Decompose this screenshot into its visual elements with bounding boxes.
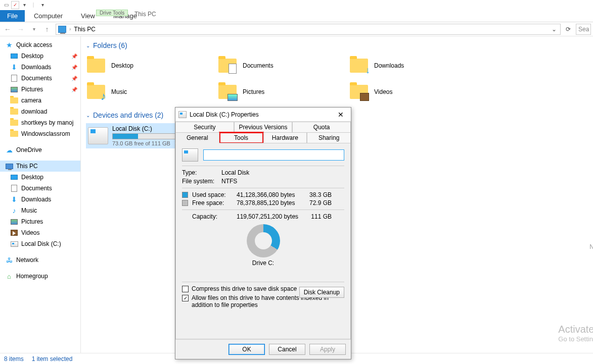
folder-icon [10, 120, 18, 126]
desktop-icon [11, 54, 18, 59]
chevron-down-icon: ⌄ [86, 43, 90, 48]
search-input[interactable]: Sea [576, 24, 591, 35]
sidebar-item-label: Pictures [21, 218, 43, 225]
sidebar-this-pc[interactable]: This PC [0, 161, 80, 172]
sidebar-item-shortkeys[interactable]: shortkeys by manoj [0, 117, 80, 128]
music-icon: ♪ [101, 90, 106, 103]
folder-pictures[interactable]: Pictures [217, 80, 329, 104]
tab-computer[interactable]: Computer [25, 10, 72, 22]
up-button[interactable]: ↑ [41, 24, 53, 35]
forward-button[interactable]: → [15, 24, 26, 35]
folder-videos[interactable]: Videos [349, 80, 460, 104]
recent-dropdown[interactable]: ▾ [28, 24, 39, 35]
refresh-button[interactable]: ⟳ [563, 24, 574, 35]
sidebar-item-pc-pictures[interactable]: Pictures [0, 216, 80, 227]
close-button[interactable]: ✕ [334, 111, 348, 119]
sidebar-item-pc-music[interactable]: ♪Music [0, 205, 80, 216]
sidebar-item-label: Music [21, 207, 37, 214]
tab-previous-versions[interactable]: Previous Versions [234, 122, 293, 132]
used-swatch [182, 192, 188, 198]
ok-button[interactable]: OK [229, 344, 265, 355]
drive-icon [88, 127, 108, 144]
sidebar-item-pc-desktop[interactable]: Desktop [0, 172, 80, 183]
apply-button[interactable]: Apply [309, 344, 346, 355]
sidebar-item-desktop[interactable]: Desktop📌 [0, 50, 80, 62]
qa-check-icon[interactable]: ✓ [11, 1, 19, 9]
sidebar-item-label: Documents [21, 75, 52, 82]
chevron-down-icon: ⌄ [86, 113, 90, 118]
disk-cleanup-button[interactable]: Disk Cleanup [299, 287, 344, 298]
sidebar-item-camera[interactable]: camera [0, 95, 80, 106]
contextual-tab-label: Drive Tools [96, 10, 128, 16]
sidebar-item-label: Documents [21, 185, 52, 192]
navigation-pane: ★ Quick access Desktop📌 ⬇Downloads📌 Docu… [0, 36, 81, 353]
dialog-titlebar[interactable]: Local Disk (C:) Properties ✕ [175, 108, 351, 122]
sidebar-homegroup[interactable]: ⌂Homegroup [0, 271, 80, 282]
sidebar-item-pc-videos[interactable]: Videos [0, 227, 80, 238]
watermark-sub: Go to Settings to [558, 335, 593, 343]
folders-header[interactable]: ⌄Folders (6) [86, 41, 588, 49]
sidebar-item-pc-localdisk[interactable]: Local Disk (C:) [0, 238, 80, 249]
pin-icon: 📌 [71, 65, 77, 70]
address-path[interactable]: This PC [74, 26, 96, 33]
sidebar-item-label: Network [16, 256, 38, 264]
folder-label: Desktop [111, 62, 133, 69]
dialog-body: Type:Local Disk File system:NTFS Used sp… [175, 143, 351, 339]
tab-sharing[interactable]: Sharing [307, 132, 351, 143]
sidebar-onedrive[interactable]: ☁OneDrive [0, 144, 80, 155]
type-value: Local Disk [221, 169, 249, 176]
truncated-text: N [589, 243, 593, 250]
tab-hardware[interactable]: Hardware [263, 132, 307, 143]
tab-general[interactable]: General [175, 132, 219, 143]
pc-icon [6, 164, 13, 169]
sidebar-item-pc-downloads[interactable]: ⬇Downloads [0, 194, 80, 205]
qa-properties-icon[interactable]: ▭ [2, 1, 10, 9]
ribbon: File Computer View Manage [0, 10, 593, 22]
sidebar-item-windowsclassroom[interactable]: Windowsclassrom [0, 128, 80, 139]
download-icon: ↓ [366, 65, 370, 76]
sidebar-quick-access[interactable]: ★ Quick access [0, 39, 80, 50]
videos-icon [360, 93, 369, 101]
pictures-icon [11, 87, 18, 92]
folder-music[interactable]: ♪Music [86, 80, 197, 104]
sidebar-item-label: download [21, 108, 47, 115]
drive-label-input[interactable] [203, 149, 344, 161]
tab-tools[interactable]: Tools [219, 132, 263, 143]
dialog-title: Local Disk (C:) Properties [190, 111, 334, 118]
item-count: 8 items [4, 355, 24, 362]
folder-desktop[interactable]: Desktop [86, 54, 197, 78]
sidebar-item-documents[interactable]: Documents📌 [0, 73, 80, 84]
document-icon [11, 185, 17, 192]
properties-dialog: Local Disk (C:) Properties ✕ Security Pr… [175, 107, 351, 359]
qa-dropdown-icon[interactable]: ▾ [20, 1, 28, 9]
videos-icon [11, 230, 18, 236]
desktop-icon [11, 175, 18, 180]
folder-icon [87, 59, 105, 73]
address-dropdown-icon[interactable]: ⌄ [550, 26, 558, 33]
qa-overflow-icon[interactable]: ▾ [38, 1, 47, 9]
back-button[interactable]: ← [2, 24, 13, 35]
sidebar-item-pc-documents[interactable]: Documents [0, 183, 80, 194]
address-bar[interactable]: › This PC ⌄ [56, 24, 561, 35]
sidebar-network[interactable]: 🖧Network [0, 254, 80, 266]
sidebar-item-downloads[interactable]: ⬇Downloads📌 [0, 62, 80, 73]
tab-quota[interactable]: Quota [292, 122, 351, 132]
capacity-bytes: 119,507,251,200 bytes [237, 213, 302, 220]
folder-downloads[interactable]: ↓Downloads [349, 54, 460, 78]
cancel-button[interactable]: Cancel [269, 344, 305, 355]
checkbox-icon[interactable] [182, 286, 189, 292]
sidebar-item-pictures[interactable]: Pictures📌 [0, 84, 80, 95]
sidebar-item-label: Local Disk (C:) [21, 240, 61, 247]
star-icon: ★ [5, 41, 13, 49]
activate-watermark: Activate Wir Go to Settings to [558, 324, 593, 343]
pin-icon: 📌 [71, 54, 77, 59]
checkbox-icon[interactable]: ✓ [182, 295, 189, 301]
tab-security[interactable]: Security [175, 122, 234, 132]
used-gb: 38.3 GB [306, 191, 332, 198]
sidebar-item-label: This PC [16, 163, 38, 170]
sidebar-item-label: camera [21, 97, 41, 104]
chevron-right-icon[interactable]: › [69, 26, 71, 32]
sidebar-item-download[interactable]: download [0, 106, 80, 117]
file-tab[interactable]: File [0, 10, 25, 22]
folder-documents[interactable]: Documents [217, 54, 329, 78]
